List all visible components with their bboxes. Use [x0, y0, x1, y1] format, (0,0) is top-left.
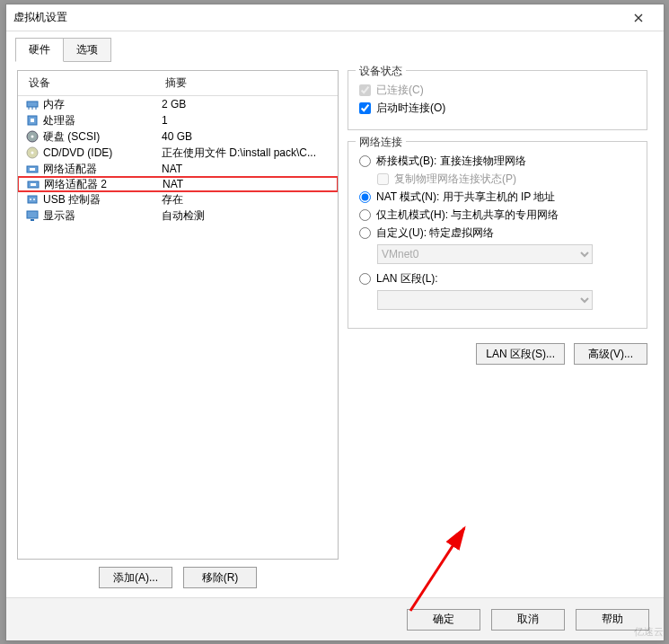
rad-hostonly-label: 仅主机模式(H): 与主机共享的专用网络: [376, 207, 559, 223]
netconn-legend: 网络连接: [356, 135, 406, 150]
net-icon: [25, 162, 40, 176]
rad-lan-segment-input[interactable]: [359, 273, 371, 285]
chk-connected: 已连接(C): [359, 83, 636, 98]
svg-rect-11: [30, 168, 35, 171]
lan-segments-button[interactable]: LAN 区段(S)...: [476, 343, 565, 365]
add-button[interactable]: 添加(A)...: [99, 567, 172, 588]
close-button[interactable]: [621, 5, 656, 31]
device-name: 内存: [43, 97, 162, 112]
rad-lan-segment-label: LAN 区段(L):: [376, 271, 438, 287]
header-summary: 摘要: [158, 71, 338, 95]
device-row[interactable]: 处理器1: [18, 112, 338, 128]
device-name: CD/DVD (IDE): [43, 146, 162, 159]
device-summary: 2 GB: [162, 98, 338, 110]
chk-connect-on-power-box[interactable]: [359, 102, 371, 114]
chk-connected-label: 已连接(C): [376, 83, 424, 98]
rad-bridged-input[interactable]: [359, 155, 371, 167]
rad-nat-label: NAT 模式(N): 用于共享主机的 IP 地址: [376, 190, 555, 205]
device-summary: NAT: [163, 178, 337, 190]
status-legend: 设备状态: [356, 64, 406, 79]
device-row[interactable]: 显示器自动检测: [18, 207, 338, 224]
device-summary: 40 GB: [162, 130, 338, 143]
display-icon: [25, 208, 40, 223]
network-connection-group: 网络连接 桥接模式(B): 直接连接物理网络 复制物理网络连接状态(P) NAT…: [348, 141, 647, 329]
advanced-button[interactable]: 高级(V)...: [574, 343, 647, 365]
svg-point-16: [33, 198, 35, 200]
chk-replicate-box: [377, 173, 389, 185]
right-button-row: LAN 区段(S)... 高级(V)...: [348, 340, 647, 368]
left-pane: 设备 摘要 内存2 GB处理器1硬盘 (SCSI)40 GBCD/DVD (ID…: [17, 70, 339, 588]
close-icon: [634, 13, 643, 22]
svg-rect-18: [31, 219, 34, 221]
chk-connect-on-power[interactable]: 启动时连接(O): [359, 101, 636, 116]
device-row[interactable]: 网络适配器 2NAT: [17, 176, 339, 192]
titlebar: 虚拟机设置: [6, 4, 664, 31]
device-name: 显示器: [43, 208, 162, 224]
watermark: 亿速云: [634, 625, 664, 639]
window-title: 虚拟机设置: [13, 10, 621, 25]
memory-icon: [25, 97, 40, 111]
chk-connected-box: [359, 84, 371, 96]
chk-replicate-label: 复制物理网络连接状态(P): [394, 172, 516, 187]
tab-hardware[interactable]: 硬件: [15, 38, 64, 62]
device-row[interactable]: CD/DVD (IDE)正在使用文件 D:\install pack\C...: [18, 145, 338, 161]
right-pane: 设备状态 已连接(C) 启动时连接(O) 网络连接 桥接模式(B): 直接连接物…: [348, 70, 653, 588]
chk-connect-on-power-label: 启动时连接(O): [376, 101, 445, 116]
tab-strip: 硬件 选项: [6, 31, 664, 61]
rad-bridged-label: 桥接模式(B): 直接连接物理网络: [376, 154, 526, 169]
svg-rect-13: [31, 183, 36, 186]
chk-replicate: 复制物理网络连接状态(P): [377, 172, 636, 187]
device-name: 网络适配器: [43, 162, 162, 177]
rad-custom[interactable]: 自定义(U): 特定虚拟网络: [359, 225, 636, 241]
svg-rect-0: [27, 101, 38, 107]
device-row[interactable]: 硬盘 (SCSI)40 GB: [18, 128, 338, 145]
left-button-row: 添加(A)... 移除(R): [17, 560, 339, 588]
rad-bridged[interactable]: 桥接模式(B): 直接连接物理网络: [359, 154, 636, 169]
device-name: 硬盘 (SCSI): [43, 129, 162, 145]
rad-custom-input[interactable]: [359, 227, 371, 239]
list-header: 设备 摘要: [18, 71, 338, 96]
disk-icon: [25, 129, 40, 144]
dialog-window: 虚拟机设置 硬件 选项 设备 摘要 内存2 GB处理器1硬盘 (SCSI)40 …: [5, 4, 665, 641]
device-summary: 1: [162, 114, 338, 127]
remove-button[interactable]: 移除(R): [183, 567, 257, 588]
cpu-icon: [25, 113, 40, 128]
device-summary: NAT: [162, 163, 338, 175]
svg-rect-17: [27, 211, 38, 218]
svg-rect-14: [28, 196, 37, 203]
rad-lan-segment[interactable]: LAN 区段(L):: [359, 271, 636, 287]
header-device: 设备: [18, 71, 158, 95]
device-summary: 自动检测: [162, 208, 338, 224]
device-row[interactable]: 内存2 GB: [18, 96, 338, 112]
bottom-button-bar: 确定 取消 帮助: [6, 597, 664, 640]
rad-nat[interactable]: NAT 模式(N): 用于共享主机的 IP 地址: [359, 190, 636, 205]
rad-hostonly-input[interactable]: [359, 209, 371, 221]
cd-icon: [25, 146, 40, 160]
rad-custom-label: 自定义(U): 特定虚拟网络: [376, 225, 494, 241]
device-name: 处理器: [43, 113, 162, 128]
ok-button[interactable]: 确定: [407, 609, 480, 631]
device-summary: 正在使用文件 D:\install pack\C...: [162, 146, 338, 161]
cancel-button[interactable]: 取消: [491, 609, 565, 631]
device-name: USB 控制器: [43, 192, 162, 207]
rad-nat-input[interactable]: [359, 191, 371, 203]
usb-icon: [25, 192, 40, 207]
svg-point-15: [30, 198, 31, 200]
tab-panel: 设备 摘要 内存2 GB处理器1硬盘 (SCSI)40 GBCD/DVD (ID…: [15, 61, 655, 597]
svg-point-9: [31, 152, 34, 154]
custom-vmnet-select: VMnet0: [377, 244, 593, 264]
tab-options[interactable]: 选项: [64, 38, 111, 62]
device-status-group: 设备状态 已连接(C) 启动时连接(O): [348, 70, 647, 130]
svg-point-7: [31, 136, 34, 138]
device-row[interactable]: USB 控制器存在: [18, 191, 338, 207]
net-icon: [26, 177, 40, 191]
svg-rect-5: [31, 119, 34, 122]
lan-segment-select: [377, 290, 593, 310]
rad-hostonly[interactable]: 仅主机模式(H): 与主机共享的专用网络: [359, 207, 636, 223]
device-list: 设备 摘要 内存2 GB处理器1硬盘 (SCSI)40 GBCD/DVD (ID…: [17, 70, 339, 560]
device-name: 网络适配器 2: [44, 177, 163, 192]
device-row[interactable]: 网络适配器NAT: [18, 161, 338, 177]
device-summary: 存在: [162, 192, 338, 207]
